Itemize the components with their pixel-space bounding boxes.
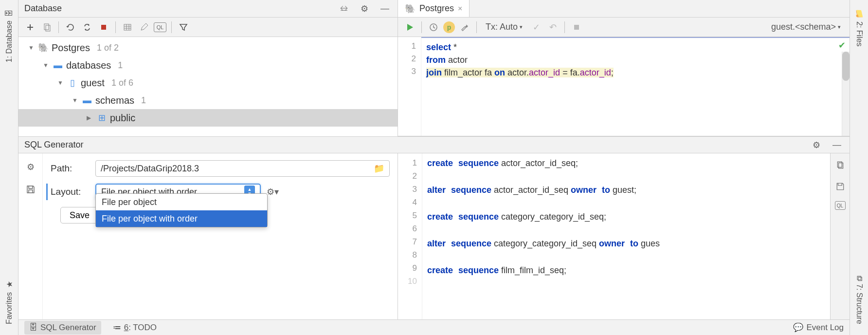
database-toolbar: QL xyxy=(18,18,398,37)
tree-public[interactable]: ▶ ⊞ public xyxy=(18,109,398,127)
gear-icon[interactable]: ⚙ xyxy=(358,2,371,16)
svg-rect-2 xyxy=(101,25,106,30)
copy-button[interactable] xyxy=(40,20,54,34)
database-panel-header: Database ⚙ — xyxy=(18,0,398,18)
editor-panel: 🐘 Postgres × p Tx: Auto▾ ✓ ↶ xyxy=(398,0,850,136)
check-icon: ✔ xyxy=(838,40,846,51)
tab-postgres[interactable]: 🐘 Postgres × xyxy=(398,0,470,17)
copy-icon[interactable] xyxy=(833,158,847,172)
minimize-icon[interactable]: — xyxy=(378,2,392,16)
history-button[interactable] xyxy=(427,20,440,34)
schema-dropdown[interactable]: guest.<schema>▾ xyxy=(767,22,845,32)
database-tree: ▼ 🐘 Postgres 1 of 2 ▼ ▬ databases 1 ▼ ▯ … xyxy=(18,37,398,136)
folder-icon: ▬ xyxy=(82,95,92,106)
minimize-icon[interactable]: — xyxy=(830,138,844,152)
table-button[interactable] xyxy=(121,20,134,34)
sql-generator-panel: SQL Generator ⚙ — ⚙ Path: /Projects/Data… xyxy=(18,136,850,319)
output-gutter: 12345678910 xyxy=(398,153,422,319)
filter-button[interactable] xyxy=(177,20,190,34)
status-bar: 🗄SQL Generator ≔6: TODO 💬Event Log xyxy=(18,319,850,335)
sql-generator-header: SQL Generator ⚙ — xyxy=(18,137,850,153)
folder-icon[interactable]: 📁 xyxy=(374,163,384,174)
output-code[interactable]: create sequence actor_actor_id_seq; alte… xyxy=(422,153,830,319)
edit-button[interactable] xyxy=(137,20,151,34)
path-input[interactable]: /Projects/DataGrip2018.3 📁 xyxy=(95,160,390,177)
chat-icon: 💬 xyxy=(793,322,803,333)
chevron-down-icon: ▼ xyxy=(57,79,64,86)
gear-icon[interactable]: ⚙ xyxy=(810,138,823,152)
code-area[interactable]: select * from actor join film_actor fa o… xyxy=(421,37,850,136)
gear-icon[interactable]: ⚙▾ xyxy=(267,186,278,197)
chevron-right-icon: ▶ xyxy=(87,114,93,121)
status-event-log[interactable]: 💬Event Log xyxy=(793,322,844,333)
folder-icon: 📁 xyxy=(854,9,864,19)
refresh-button[interactable] xyxy=(64,20,77,34)
svg-rect-3 xyxy=(124,24,131,30)
sql-generator-title: SQL Generator xyxy=(24,140,83,150)
editor-tabs: 🐘 Postgres × xyxy=(398,0,850,18)
chevron-down-icon: ▼ xyxy=(43,62,50,69)
commit-button[interactable]: ✓ xyxy=(529,20,543,34)
save-icon[interactable] xyxy=(833,180,847,193)
stop-button[interactable] xyxy=(570,20,583,34)
schema-icon: ⊞ xyxy=(96,112,107,123)
right-tool-rail: 📁2: Files ⧉7: Structure xyxy=(850,0,868,335)
save-button[interactable]: Save xyxy=(60,207,99,223)
editor-body[interactable]: 1 2 3 select * from actor join film_acto… xyxy=(398,37,850,136)
tree-guest[interactable]: ▼ ▯ guest 1 of 6 xyxy=(18,74,398,92)
sql-generator-output: 12345678910 create sequence actor_actor_… xyxy=(398,153,850,319)
elephant-icon: 🐘 xyxy=(405,3,416,14)
svg-rect-5 xyxy=(574,25,579,30)
profile-badge[interactable]: p xyxy=(443,21,455,33)
close-icon[interactable]: × xyxy=(458,4,462,13)
left-tool-rail: 1: Database🗄 Favorites★ xyxy=(0,0,18,335)
dropdown-opt-file-per-object-with-order[interactable]: File per object with order xyxy=(96,210,267,227)
svg-rect-0 xyxy=(44,24,49,30)
db-icon: 🗄 xyxy=(29,323,37,333)
line-gutter: 1 2 3 xyxy=(398,37,421,136)
tree-databases[interactable]: ▼ ▬ databases 1 xyxy=(18,56,398,74)
sql-generator-form-area: ⚙ Path: /Projects/DataGrip2018.3 📁 Layou… xyxy=(18,153,398,319)
tx-dropdown[interactable]: Tx: Auto▾ xyxy=(482,22,526,32)
editor-scrollbar[interactable] xyxy=(842,52,850,136)
folder-icon: ▬ xyxy=(53,60,63,71)
elephant-icon: 🐘 xyxy=(38,42,49,53)
list-icon: ≔ xyxy=(113,322,121,333)
rail-favorites[interactable]: Favorites★ xyxy=(5,275,14,329)
ql-icon[interactable]: QL xyxy=(835,201,846,210)
layout-label: Layout: xyxy=(51,186,90,197)
rail-database[interactable]: 1: Database🗄 xyxy=(5,4,14,67)
db-icon: ▯ xyxy=(67,77,78,88)
ql-button[interactable]: QL xyxy=(154,22,166,32)
chevron-down-icon: ▼ xyxy=(28,44,35,51)
status-sql-generator[interactable]: 🗄SQL Generator xyxy=(24,321,101,335)
database-panel: Database ⚙ — QL xyxy=(18,0,398,136)
chevron-down-icon: ▾ xyxy=(520,24,523,30)
tree-postgres[interactable]: ▼ 🐘 Postgres 1 of 2 xyxy=(18,39,398,56)
add-button[interactable] xyxy=(23,20,37,34)
layout-dropdown: File per object File per object with ord… xyxy=(95,193,268,227)
split-icon[interactable] xyxy=(337,2,351,16)
dropdown-opt-file-per-object[interactable]: File per object xyxy=(96,194,267,210)
chevron-down-icon: ▾ xyxy=(838,24,841,30)
tree-schemas[interactable]: ▼ ▬ schemas 1 xyxy=(18,92,398,109)
database-icon: 🗄 xyxy=(5,9,14,17)
editor-toolbar: p Tx: Auto▾ ✓ ↶ guest.<schema>▾ xyxy=(398,18,850,37)
wrench-button[interactable] xyxy=(458,20,471,34)
run-button[interactable] xyxy=(403,20,416,34)
save-icon[interactable] xyxy=(24,183,37,196)
database-panel-title: Database xyxy=(24,3,62,14)
gear-icon[interactable]: ⚙ xyxy=(24,160,37,174)
svg-rect-1 xyxy=(46,25,50,31)
status-todo[interactable]: ≔6: TODO xyxy=(113,322,157,333)
stop-button[interactable] xyxy=(97,20,110,34)
star-icon: ★ xyxy=(4,281,14,288)
rollback-button[interactable]: ↶ xyxy=(546,20,560,34)
rail-files[interactable]: 📁2: Files xyxy=(854,4,864,52)
rail-structure[interactable]: ⧉7: Structure xyxy=(855,271,864,329)
path-label: Path: xyxy=(51,163,90,174)
chevron-down-icon: ▼ xyxy=(72,97,79,104)
sync-button[interactable] xyxy=(80,20,94,34)
structure-icon: ⧉ xyxy=(856,274,862,283)
